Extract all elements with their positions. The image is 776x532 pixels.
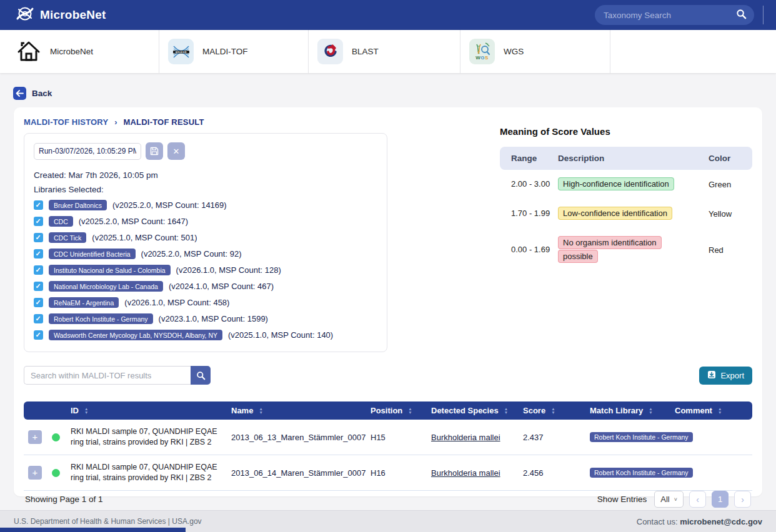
result-card: MALDI-TOF HISTORY › MALDI-TOF RESULT ✕ C… bbox=[14, 107, 762, 496]
sample-position: H16 bbox=[361, 468, 423, 478]
library-checkbox[interactable] bbox=[34, 314, 43, 323]
results-table: ID ▲▼ Name ▲▼ Position ▲▼ Detected Speci… bbox=[24, 401, 752, 491]
column-header-comment[interactable]: Comment ▲▼ bbox=[672, 406, 752, 415]
results-toolbar: Export bbox=[24, 366, 752, 385]
export-button[interactable]: Export bbox=[699, 367, 752, 385]
table-row: + RKI MALDI sample 07, QUANDHIP EQAE rin… bbox=[24, 420, 752, 455]
species-link[interactable]: Burkholderia mallei bbox=[431, 468, 500, 478]
nav-item-blast[interactable]: BLAST bbox=[309, 30, 460, 73]
pagination-bar: Showing Page 1 of 1 Show Entries All ˅ ‹… bbox=[24, 491, 752, 511]
library-checkbox[interactable] bbox=[34, 233, 43, 242]
column-header-match-library[interactable]: Match Library ▲▼ bbox=[579, 406, 672, 415]
sort-icon: ▲▼ bbox=[504, 407, 508, 414]
status-dot-green bbox=[52, 433, 60, 441]
library-badge: National Microbiology Lab - Canada bbox=[49, 281, 163, 292]
run-info-panel: ✕ Created: Mar 7th 2026, 10:05 pm Librar… bbox=[24, 133, 387, 352]
library-info: (v2025.2.0, MSP Count: 1647) bbox=[79, 217, 188, 226]
contact-label: Contact us: bbox=[637, 517, 680, 526]
previous-page-button[interactable]: ‹ bbox=[689, 491, 706, 508]
library-row: CDC Tick (v2025.1.0, MSP Count: 501) bbox=[34, 232, 377, 243]
brand-logo[interactable]: MicrobeNet bbox=[15, 4, 106, 26]
sort-icon: ▲▼ bbox=[649, 407, 652, 414]
sample-id: RKI MALDI sample 07, QUANDHIP EQAE ring … bbox=[71, 463, 217, 483]
column-header-detected-species[interactable]: Detected Species ▲▼ bbox=[423, 406, 515, 415]
expand-row-button[interactable]: + bbox=[28, 430, 42, 444]
score-header-description: Description bbox=[558, 154, 709, 163]
back-label: Back bbox=[32, 89, 52, 98]
wgs-icon: WGS bbox=[469, 39, 495, 64]
sort-icon: ▲▼ bbox=[551, 407, 555, 414]
page-footer: U.S. Department of Health & Human Servic… bbox=[0, 510, 776, 532]
column-header-id[interactable]: ID ▲▼ bbox=[65, 406, 224, 415]
export-label: Export bbox=[720, 371, 744, 380]
score-meaning-panel: Meaning of Score Values Range Descriptio… bbox=[500, 126, 752, 272]
nav-label-maldi-tof: MALDI-TOF bbox=[202, 47, 248, 56]
table-row: + RKI MALDI sample 07, QUANDHIP EQAE rin… bbox=[24, 455, 752, 491]
nav-item-wgs[interactable]: WGS WGS bbox=[460, 30, 610, 73]
contact-email-link[interactable]: microbenet@cdc.gov bbox=[680, 517, 762, 526]
score-color: Green bbox=[709, 180, 752, 189]
library-info: (v2025.2.0, MSP Count: 92) bbox=[141, 249, 242, 259]
column-header-name[interactable]: Name ▲▼ bbox=[224, 406, 361, 415]
score-header-range: Range bbox=[500, 154, 558, 163]
score-description-badge: No organism identification possible bbox=[558, 236, 662, 264]
nav-item-microbenet-home[interactable]: MicrobeNet bbox=[0, 30, 159, 73]
search-icon[interactable] bbox=[736, 9, 747, 22]
match-library-badge: Robert Koch Institute - Germany bbox=[590, 432, 693, 442]
library-checkbox[interactable] bbox=[34, 282, 43, 291]
taxonomy-search bbox=[595, 5, 754, 25]
entries-per-page-select[interactable]: All ˅ bbox=[654, 491, 684, 508]
score-color: Yellow bbox=[709, 209, 752, 219]
score-header-color: Color bbox=[709, 154, 752, 163]
taxonomy-search-input[interactable] bbox=[604, 11, 736, 20]
library-row: ReNaEM - Argentina (v2026.1.0, MSP Count… bbox=[34, 297, 377, 308]
library-row: Robert Koch Institute - Germany (v2023.1… bbox=[34, 313, 377, 324]
score-range: 1.70 - 1.99 bbox=[500, 208, 558, 220]
column-header-score[interactable]: Score ▲▼ bbox=[515, 406, 579, 415]
library-checkbox[interactable] bbox=[34, 265, 43, 275]
expand-row-button[interactable]: + bbox=[28, 466, 42, 480]
entries-value: All bbox=[660, 495, 669, 504]
run-created-text: Created: Mar 7th 2026, 10:05 pm bbox=[34, 170, 377, 180]
nav-item-maldi-tof[interactable]: BRUKER MALDI-TOF bbox=[159, 30, 309, 73]
page-number-button[interactable]: 1 bbox=[712, 491, 729, 508]
next-page-button[interactable]: › bbox=[734, 491, 751, 508]
cancel-rename-button[interactable]: ✕ bbox=[167, 142, 185, 160]
footer-hhs-text: U.S. Department of Health & Human Servic… bbox=[14, 517, 202, 526]
library-badge: Robert Koch Institute - Germany bbox=[49, 313, 153, 324]
library-badge: Wadsworth Center Mycology Lab, NYSDOH, A… bbox=[49, 330, 222, 340]
save-run-name-button[interactable] bbox=[146, 142, 163, 160]
library-info: (v2026.1.0, MSP Count: 458) bbox=[124, 298, 229, 307]
breadcrumb-history-link[interactable]: MALDI-TOF HISTORY bbox=[24, 117, 108, 127]
show-entries-label: Show Entries bbox=[597, 495, 647, 504]
library-row: Wadsworth Center Mycology Lab, NYSDOH, A… bbox=[34, 330, 377, 340]
library-checkbox[interactable] bbox=[34, 200, 43, 210]
back-button[interactable]: Back bbox=[13, 87, 52, 100]
score-row: 2.00 - 3.00 High-confidence identificati… bbox=[500, 170, 752, 199]
species-link[interactable]: Burkholderia mallei bbox=[431, 433, 500, 442]
results-search-button[interactable] bbox=[191, 366, 211, 385]
status-dot-green bbox=[52, 469, 60, 477]
sort-icon: ▲▼ bbox=[718, 407, 722, 414]
library-checkbox[interactable] bbox=[34, 217, 43, 226]
score-description-badge: High-confidence identification bbox=[558, 177, 674, 190]
library-checkbox[interactable] bbox=[34, 330, 43, 340]
library-row: CDC Unidentified Bacteria (v2025.2.0, MS… bbox=[34, 249, 377, 259]
download-icon bbox=[707, 370, 716, 381]
library-badge: Instituto Nacional de Salud - Colombia bbox=[49, 265, 171, 275]
app-nav: MicrobeNet BRUKER MALDI-TOF BLAST bbox=[0, 30, 776, 73]
sample-score: 2.456 bbox=[515, 468, 579, 478]
library-checkbox[interactable] bbox=[34, 249, 43, 259]
library-badge: CDC bbox=[49, 216, 73, 227]
sample-score: 2.437 bbox=[515, 433, 579, 442]
run-name-input[interactable] bbox=[34, 143, 141, 160]
column-header-position[interactable]: Position ▲▼ bbox=[361, 406, 423, 415]
library-info: (v2023.1.0, MSP Count: 1599) bbox=[159, 314, 268, 323]
library-info: (v2024.1.0, MSP Count: 467) bbox=[169, 282, 274, 291]
library-checkbox[interactable] bbox=[34, 298, 43, 307]
results-search-input[interactable] bbox=[24, 366, 191, 385]
sort-icon: ▲▼ bbox=[408, 407, 412, 414]
results-search bbox=[24, 366, 211, 385]
library-row: CDC (v2025.2.0, MSP Count: 1647) bbox=[34, 216, 377, 227]
header-divider bbox=[763, 6, 764, 24]
